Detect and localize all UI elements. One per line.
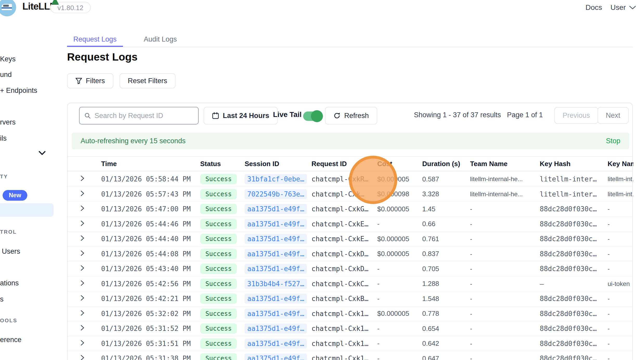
session-id-link[interactable]: aa1375d1-e49f… [245,204,307,214]
next-page-button[interactable]: Next [597,107,629,124]
session-id-link[interactable]: aa1375d1-e49f… [245,249,307,259]
session-id-link[interactable]: aa1375d1-e49f… [245,324,307,333]
row-expand-chevron[interactable] [80,294,101,303]
session-id-link[interactable]: aa1375d1-e49f… [245,234,307,244]
session-id-link[interactable]: aa1375d1-e49f… [245,264,307,274]
table-row[interactable]: 01/13/2026 05:44:08 PM Success aa1375d1-… [68,247,632,262]
column-header-key-name: Key Name [608,160,633,168]
table-row[interactable]: 01/13/2026 05:42:21 PM Success aa1375d1-… [68,291,632,306]
row-expand-chevron[interactable] [80,264,101,273]
session-id-link[interactable]: aa1375d1-e49f… [245,309,307,319]
row-expand-chevron[interactable] [80,220,101,228]
session-id-link[interactable]: aa1375d1-e49f… [245,294,307,304]
key-name-cell: - [608,205,633,213]
status-badge: Success [200,219,237,229]
session-id-cell: 31b3b4b4-f527… [245,279,311,289]
sidebar-item-keys[interactable]: Keys [0,55,16,63]
session-id-link[interactable]: aa1375d1-e49f… [245,219,307,229]
chevron-right-icon [80,190,85,197]
row-expand-chevron[interactable] [80,339,101,348]
tab-request-logs[interactable]: Request Logs [67,34,123,47]
live-tail-label: Live Tail [273,110,302,119]
filters-button-label: Filters [86,77,105,85]
sidebar-item-organizations[interactable]: ations [0,279,19,287]
status-cell: Success [200,219,245,229]
search-input[interactable] [94,112,193,120]
filter-row: Filters Reset Filters [67,73,175,88]
session-id-link[interactable]: 31bfa1cf-0ebe… [245,174,307,184]
user-menu[interactable]: User [610,3,636,12]
auto-refresh-message: Auto-refreshing every 15 seconds [81,137,186,145]
sidebar-chevron-down-icon[interactable] [38,151,46,155]
duration-cell: 0.761 [422,235,470,243]
row-expand-chevron[interactable] [80,190,101,199]
row-expand-chevron[interactable] [80,234,101,243]
cost-cell: - [377,280,422,288]
table-row[interactable]: 01/13/2026 05:31:38 PM Success aa1375d1-… [68,351,632,360]
duration-cell: 0.647 [422,355,470,360]
chevron-right-icon [80,294,85,302]
chevron-right-icon [80,279,85,287]
table-row[interactable]: 01/13/2026 05:44:40 PM Success aa1375d1-… [68,232,632,247]
row-expand-chevron[interactable] [80,354,101,360]
table-row[interactable]: 01/13/2026 05:42:56 PM Success 31b3b4b4-… [68,277,632,292]
request-id-cell: chatcmpl-Cxk1… [311,310,377,318]
row-expand-chevron[interactable] [80,250,101,258]
table-row[interactable]: 01/13/2026 05:32:02 PM Success aa1375d1-… [68,306,632,322]
status-badge: Success [200,174,237,184]
live-tail-toggle[interactable] [303,112,322,121]
status-cell: Success [200,264,245,274]
team-name-cell: litellm-internal-he... [470,191,540,198]
table-row[interactable]: 01/13/2026 05:43:40 PM Success aa1375d1-… [68,261,632,277]
sidebar-item-teams[interactable]: s [0,295,4,303]
sidebar-item-playground[interactable]: und [0,71,12,79]
sidebar-item-models-endpoints[interactable]: + Endpoints [0,87,37,95]
previous-label: Previous [563,112,590,120]
status-cell: Success [200,204,245,214]
team-name-cell: - [470,340,540,347]
time-range-button[interactable]: Last 24 Hours [204,107,278,125]
refresh-label: Refresh [344,112,369,120]
sidebar-item-api-reference[interactable]: erence [0,336,22,344]
previous-page-button[interactable]: Previous [554,107,598,124]
table-row[interactable]: 01/13/2026 05:57:43 PM Success 7022549b-… [68,187,632,202]
table-row[interactable]: 01/13/2026 05:44:46 PM Success aa1375d1-… [68,217,632,232]
row-expand-chevron[interactable] [80,205,101,213]
time-cell: 01/13/2026 05:58:44 PM [101,175,200,183]
session-id-link[interactable]: aa1375d1-e49f… [245,339,307,349]
table-row[interactable]: 01/13/2026 05:47:00 PM Success aa1375d1-… [68,202,632,217]
request-id-cell: chatcmpl-CxkC… [311,280,377,288]
session-id-link[interactable]: aa1375d1-e49f… [245,354,307,360]
chevron-down-icon [629,5,636,10]
status-cell: Success [200,323,245,334]
refresh-button[interactable]: Refresh [325,107,377,125]
stop-auto-refresh-link[interactable]: Stop [606,137,620,145]
table-row[interactable]: 01/13/2026 05:31:51 PM Success aa1375d1-… [68,336,632,351]
sidebar-item-servers[interactable]: rvers [0,118,16,126]
team-name-cell: litellm-internal-he... [470,175,540,183]
column-header-session-id: Session ID [245,160,311,168]
tab-audit-logs[interactable]: Audit Logs [138,34,183,47]
docs-link[interactable]: Docs [586,3,602,12]
row-expand-chevron[interactable] [80,279,101,288]
row-expand-chevron[interactable] [80,309,101,318]
session-id-link[interactable]: 7022549b-763e… [245,189,307,199]
key-name-cell: litellm-int… [608,191,633,198]
sidebar-item-logs-selected[interactable] [0,203,54,217]
status-badge: Success [200,189,237,199]
table-header-row: Time Status Session ID Request ID Cost D… [68,156,632,171]
sidebar-item-guardrails[interactable]: ils [0,134,7,142]
team-name-cell: - [470,220,540,228]
request-id-cell: chatcmpl-CxkE… [311,235,377,243]
search-box[interactable] [79,107,199,125]
filters-button[interactable]: Filters [67,73,113,88]
row-expand-chevron[interactable] [80,175,101,184]
row-expand-chevron[interactable] [80,324,101,333]
duration-cell: 0.654 [422,325,470,333]
sidebar-item-users[interactable]: Users [2,247,20,256]
key-hash-cell: 88dc28d0f030c… [540,250,608,258]
chevron-right-icon [80,339,85,346]
table-row[interactable]: 01/13/2026 05:31:52 PM Success aa1375d1-… [68,321,632,336]
session-id-link[interactable]: 31b3b4b4-f527… [245,279,307,289]
reset-filters-button[interactable]: Reset Filters [120,73,176,88]
